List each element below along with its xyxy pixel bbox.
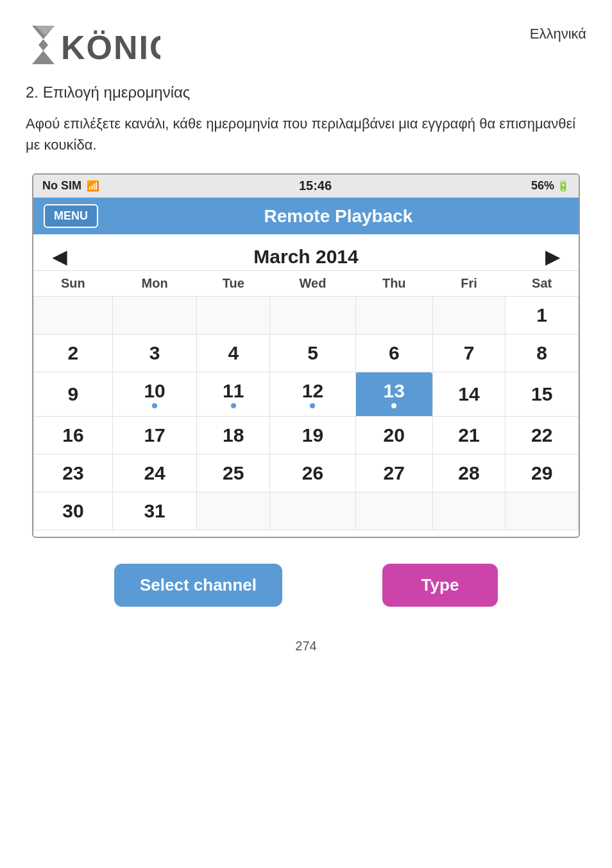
calendar-day[interactable]: 8 (506, 334, 579, 372)
calendar-day[interactable]: 24 (112, 455, 197, 492)
calendar-day[interactable]: 9 (34, 372, 113, 417)
calendar-day[interactable]: 5 (270, 334, 356, 372)
svg-text:KÖNIG: KÖNIG (61, 29, 160, 66)
day-header-mon: Mon (112, 271, 197, 297)
calendar-day[interactable]: 17 (112, 417, 197, 455)
status-left: No SIM 📶 (42, 179, 99, 193)
calendar-nav: ◀ March 2014 ▶ (33, 241, 579, 270)
calendar-row: 2345678 (34, 334, 579, 372)
calendar-day[interactable]: 22 (506, 417, 579, 455)
calendar-day[interactable]: 26 (270, 455, 356, 492)
status-time: 15:46 (299, 178, 332, 193)
calendar-day (432, 297, 506, 334)
calendar-day[interactable]: 2 (34, 334, 113, 372)
calendar-day[interactable]: 25 (197, 455, 270, 492)
calendar-day[interactable]: 16 (34, 417, 113, 455)
calendar-day[interactable]: 6 (355, 334, 432, 372)
day-header-thu: Thu (355, 271, 432, 297)
calendar-header-row: Sun Mon Tue Wed Thu Fri Sat (34, 271, 579, 297)
calendar-day[interactable]: 29 (506, 455, 579, 492)
language-label: Ελληνικά (530, 26, 586, 42)
calendar: ◀ March 2014 ▶ Sun Mon Tue Wed Thu Fri S… (33, 234, 579, 537)
page-number: 274 (0, 632, 612, 666)
calendar-row: 16171819202122 (34, 417, 579, 455)
day-header-sun: Sun (34, 271, 113, 297)
calendar-day[interactable]: 20 (355, 417, 432, 455)
calendar-day[interactable]: 28 (432, 455, 506, 492)
bottom-buttons: Select channel Type (26, 538, 586, 620)
calendar-row: 1 (34, 297, 579, 334)
calendar-day[interactable]: 23 (34, 455, 113, 492)
select-channel-button[interactable]: Select channel (114, 564, 282, 607)
konig-logo: KÖNIG (19, 19, 160, 71)
calendar-day (197, 297, 270, 334)
calendar-day[interactable]: 7 (432, 334, 506, 372)
calendar-day[interactable]: 4 (197, 334, 270, 372)
page-header: KÖNIG Ελληνικά (0, 0, 612, 77)
battery-percent: 56% (531, 179, 554, 193)
calendar-grid: Sun Mon Tue Wed Thu Fri Sat 123456789101… (33, 270, 579, 530)
next-month-button[interactable]: ▶ (532, 247, 572, 268)
calendar-day (34, 297, 113, 334)
calendar-day (270, 492, 356, 530)
status-right: 56% 🔋 (531, 179, 570, 193)
app-title: Remote Playback (108, 206, 568, 227)
calendar-day[interactable]: 18 (197, 417, 270, 455)
day-header-tue: Tue (197, 271, 270, 297)
section-description: Αφού επιλέξετε κανάλι, κάθε ημερομηνία π… (26, 113, 586, 155)
day-header-sat: Sat (506, 271, 579, 297)
calendar-day[interactable]: 19 (270, 417, 356, 455)
calendar-day (112, 297, 197, 334)
wifi-icon: 📶 (87, 180, 99, 192)
day-header-wed: Wed (270, 271, 356, 297)
calendar-day[interactable]: 27 (355, 455, 432, 492)
calendar-day[interactable]: 15 (506, 372, 579, 417)
section-title: 2. Επιλογή ημερομηνίας (26, 83, 586, 101)
calendar-day[interactable]: 11 (197, 372, 270, 417)
calendar-day[interactable]: 1 (506, 297, 579, 334)
calendar-day[interactable]: 3 (112, 334, 197, 372)
logo: KÖNIG (19, 19, 160, 71)
calendar-month-title: March 2014 (253, 246, 358, 268)
calendar-day (270, 297, 356, 334)
app-header: MENU Remote Playback (33, 198, 579, 234)
calendar-day[interactable]: 21 (432, 417, 506, 455)
calendar-day[interactable]: 13 (355, 372, 432, 417)
calendar-row: 23242526272829 (34, 455, 579, 492)
calendar-day[interactable]: 14 (432, 372, 506, 417)
calendar-day (197, 492, 270, 530)
calendar-day[interactable]: 31 (112, 492, 197, 530)
calendar-day (432, 492, 506, 530)
calendar-day[interactable]: 12 (270, 372, 356, 417)
type-button[interactable]: Type (382, 564, 498, 607)
calendar-row: 9101112131415 (34, 372, 579, 417)
calendar-day (355, 492, 432, 530)
calendar-day[interactable]: 30 (34, 492, 113, 530)
calendar-row: 3031 (34, 492, 579, 530)
calendar-day (355, 297, 432, 334)
battery-icon: 🔋 (557, 180, 570, 192)
status-bar: No SIM 📶 15:46 56% 🔋 (33, 175, 579, 198)
phone-frame: No SIM 📶 15:46 56% 🔋 MENU Remote Playbac… (32, 173, 580, 538)
content-area: 2. Επιλογή ημερομηνίας Αφού επιλέξετε κα… (0, 77, 612, 632)
day-header-fri: Fri (432, 271, 506, 297)
calendar-day (506, 492, 579, 530)
menu-button[interactable]: MENU (44, 204, 98, 228)
prev-month-button[interactable]: ◀ (40, 247, 80, 268)
calendar-day[interactable]: 10 (112, 372, 197, 417)
sim-status: No SIM (42, 179, 81, 193)
